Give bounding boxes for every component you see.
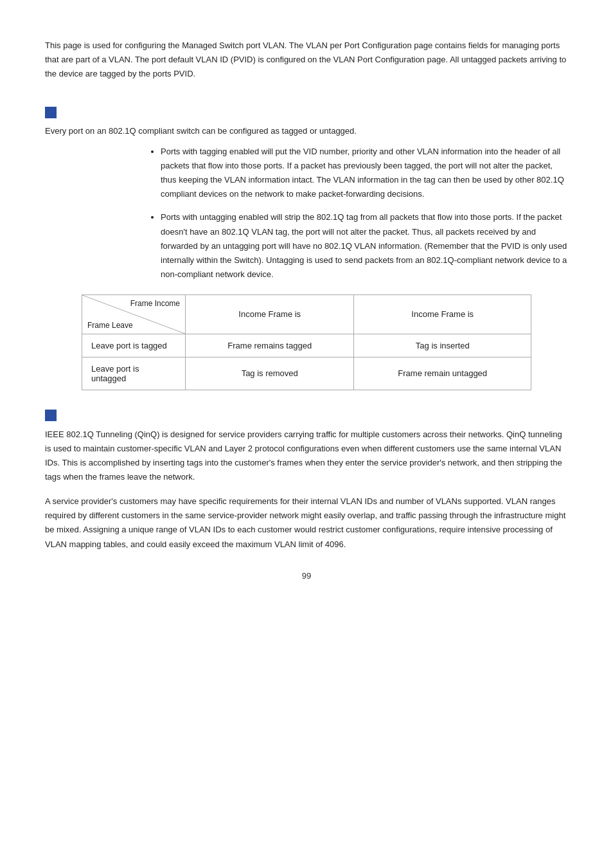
row2-col0: Leave port is untagged — [82, 357, 186, 390]
section2-para2: A service provider's customers may have … — [45, 494, 568, 551]
table-row-1: Leave port is tagged Frame remains tagge… — [82, 334, 531, 357]
diagonal-bottom-label: Frame Leave — [87, 321, 133, 330]
row1-col2: Tag is inserted — [354, 334, 531, 357]
section2-para1: IEEE 802.1Q Tunneling (QinQ) is designed… — [45, 428, 568, 484]
section2: IEEE 802.1Q Tunneling (QinQ) is designed… — [45, 410, 568, 552]
page-number: 99 — [45, 571, 568, 581]
vlan-table: Frame Income Frame Leave Income Frame is… — [82, 294, 531, 390]
section2-marker — [45, 410, 57, 421]
section1-marker — [45, 107, 57, 118]
col1-header: Income Frame is — [186, 294, 354, 334]
row1-col1: Frame remains tagged — [186, 334, 354, 357]
row1-col0: Leave port is tagged — [82, 334, 186, 357]
bullet-item-2: Ports with untagging enabled will strip … — [161, 210, 568, 281]
row2-col1: Tag is removed — [186, 357, 354, 390]
table-header-row: Frame Income Frame Leave Income Frame is… — [82, 294, 531, 334]
row2-col2: Frame remain untagged — [354, 357, 531, 390]
col2-header: Income Frame is — [354, 294, 531, 334]
diagonal-top-label: Frame Income — [130, 299, 180, 308]
bullet-item-1: Ports with tagging enabled will put the … — [161, 145, 568, 201]
diagonal-header-cell: Frame Income Frame Leave — [82, 294, 186, 334]
section1-heading: Every port on an 802.1Q compliant switch… — [45, 125, 568, 138]
intro-text: This page is used for configuring the Ma… — [45, 39, 568, 81]
table-row-2: Leave port is untagged Tag is removed Fr… — [82, 357, 531, 390]
bullet-list: Ports with tagging enabled will put the … — [45, 145, 568, 282]
